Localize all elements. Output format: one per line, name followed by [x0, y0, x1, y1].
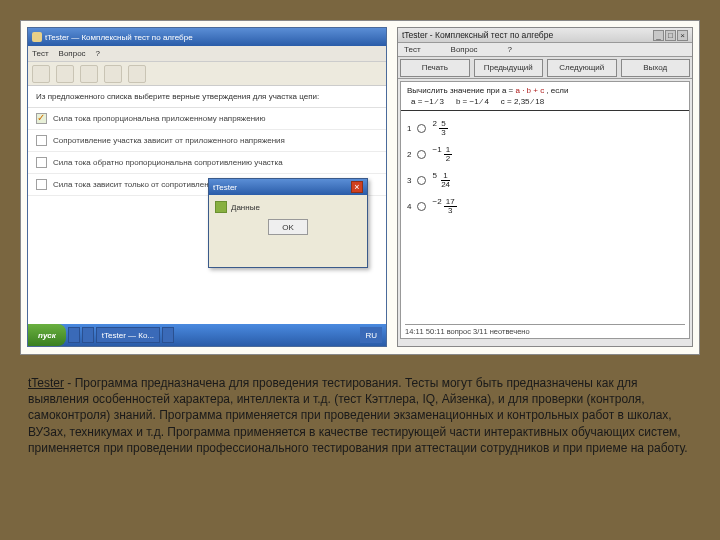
- dialog-body: Данные OK: [209, 195, 367, 241]
- system-tray[interactable]: RU: [360, 327, 382, 343]
- toolbar-button[interactable]: [80, 65, 98, 83]
- option-text: Сила тока обратно пропорциональна сопрот…: [53, 158, 283, 167]
- window-titlebar[interactable]: tTester — Комплексный тест по алгебре: [28, 28, 386, 46]
- exit-button[interactable]: Выход: [621, 59, 691, 77]
- toolbar: [28, 62, 386, 86]
- option-row[interactable]: Сила тока пропорциональна приложенному н…: [28, 108, 386, 130]
- screenshot-frame: tTester — Комплексный тест по алгебре Те…: [20, 20, 700, 355]
- question-content: Вычислить значение при a = a · b + c , е…: [400, 81, 690, 339]
- checkbox-icon[interactable]: [36, 113, 47, 124]
- checkbox-icon[interactable]: [36, 179, 47, 190]
- dialog-titlebar[interactable]: tTester ×: [209, 179, 367, 195]
- taskbar-item[interactable]: [82, 327, 94, 343]
- checkbox-icon[interactable]: [36, 157, 47, 168]
- dialog-title: tTester: [213, 183, 237, 192]
- checkbox-icon[interactable]: [36, 135, 47, 146]
- window-title: tTester - Комплексный тест по алгебре: [402, 30, 553, 40]
- menu-question[interactable]: Вопрос: [451, 45, 478, 54]
- option-text: Сила тока пропорциональна приложенному н…: [53, 114, 266, 123]
- highlight: a · b + c: [516, 86, 545, 95]
- option-value: −2 173: [432, 197, 456, 215]
- maximize-icon[interactable]: □: [665, 30, 676, 41]
- answer-option[interactable]: 2 −1 12: [407, 145, 683, 163]
- description-body: - Программа предназначена для проведения…: [28, 376, 688, 455]
- user-icon: [215, 201, 227, 213]
- window-title: tTester — Комплексный тест по алгебре: [45, 33, 193, 42]
- option-value: 5 124: [432, 171, 452, 189]
- button-bar: Печать Предыдущий Следующий Выход: [398, 57, 692, 79]
- formula-row: a = −1 ⁄ 3 b = −1 ⁄ 4 c = 2,35 ⁄ 18: [407, 97, 683, 106]
- option-number: 1: [407, 124, 411, 133]
- program-name: tTester: [28, 376, 64, 390]
- app-icon: [32, 32, 42, 42]
- dialog-message: Данные: [231, 203, 260, 212]
- menu-test[interactable]: Тест: [404, 45, 421, 54]
- taskbar-item[interactable]: tTester — Ко...: [96, 327, 160, 343]
- option-value: 2 53: [432, 119, 447, 137]
- minimize-icon[interactable]: _: [653, 30, 664, 41]
- option-value: −1 12: [432, 145, 452, 163]
- menu-question[interactable]: Вопрос: [59, 49, 86, 58]
- close-icon[interactable]: ×: [351, 181, 363, 193]
- answer-option[interactable]: 4 −2 173: [407, 197, 683, 215]
- start-button[interactable]: пуск: [28, 324, 66, 346]
- next-button[interactable]: Следующий: [547, 59, 617, 77]
- ttester-window-left: tTester — Комплексный тест по алгебре Те…: [27, 27, 387, 347]
- close-icon[interactable]: ×: [677, 30, 688, 41]
- menu-test[interactable]: Тест: [32, 49, 49, 58]
- prev-button[interactable]: Предыдущий: [474, 59, 544, 77]
- menu-bar: Тест Вопрос ?: [28, 46, 386, 62]
- menu-bar: Тест Вопрос ?: [398, 43, 692, 57]
- ok-button[interactable]: OK: [268, 219, 308, 235]
- toolbar-button[interactable]: [128, 65, 146, 83]
- option-row[interactable]: Сопротивление участка зависит от приложе…: [28, 130, 386, 152]
- toolbar-button[interactable]: [56, 65, 74, 83]
- option-number: 4: [407, 202, 411, 211]
- toolbar-button[interactable]: [32, 65, 50, 83]
- divider: [401, 110, 689, 111]
- radio-icon[interactable]: [417, 176, 426, 185]
- radio-icon[interactable]: [417, 150, 426, 159]
- option-text: Сопротивление участка зависит от приложе…: [53, 136, 285, 145]
- option-number: 2: [407, 150, 411, 159]
- status-bar: 14:11 50:11 вопрос 3/11 неотвечено: [405, 324, 685, 336]
- taskbar: пуск tTester — Ко... RU: [28, 324, 386, 346]
- print-button[interactable]: Печать: [400, 59, 470, 77]
- modal-dialog: tTester × Данные OK: [208, 178, 368, 268]
- description-text: tTester - Программа предназначена для пр…: [28, 375, 692, 456]
- ttester-window-right: tTester - Комплексный тест по алгебре _ …: [397, 27, 693, 347]
- menu-help[interactable]: ?: [96, 49, 100, 58]
- answer-option[interactable]: 3 5 124: [407, 171, 683, 189]
- menu-help[interactable]: ?: [508, 45, 512, 54]
- radio-icon[interactable]: [417, 124, 426, 133]
- option-number: 3: [407, 176, 411, 185]
- window-titlebar[interactable]: tTester - Комплексный тест по алгебре _ …: [398, 28, 692, 43]
- option-row[interactable]: Сила тока обратно пропорциональна сопрот…: [28, 152, 386, 174]
- taskbar-item[interactable]: [68, 327, 80, 343]
- answer-option[interactable]: 1 2 53: [407, 119, 683, 137]
- taskbar-item[interactable]: [162, 327, 174, 343]
- toolbar-button[interactable]: [104, 65, 122, 83]
- question-header: Из предложенного списка выберите верные …: [28, 86, 386, 108]
- radio-icon[interactable]: [417, 202, 426, 211]
- question-text: Вычислить значение при a = a · b + c , е…: [407, 86, 683, 95]
